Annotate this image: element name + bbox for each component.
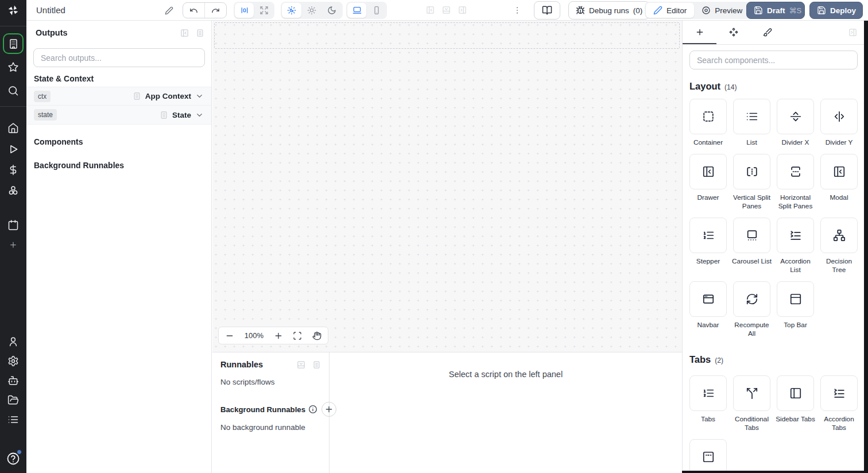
theme-dark-button[interactable] [322, 3, 342, 18]
centered-layout-button[interactable] [235, 3, 254, 18]
accordion-tabs-card[interactable] [820, 375, 858, 411]
vertical-split-panes-card[interactable] [733, 154, 770, 189]
search-components-input[interactable] [689, 51, 858, 69]
expand-layout-button[interactable] [254, 3, 273, 18]
save-draft-button[interactable]: Draft ⌘S [746, 2, 805, 19]
divider-y-card[interactable] [820, 99, 858, 134]
component-navbar[interactable]: Navbar [689, 281, 727, 338]
outputs-doc-icon[interactable] [196, 29, 204, 37]
recompute-all-card[interactable] [733, 281, 770, 317]
sidebar-building-active[interactable] [3, 33, 24, 54]
top-bar-card[interactable] [777, 281, 814, 317]
sidebar-dollar-icon[interactable] [7, 164, 19, 176]
component-sidebar-tabs[interactable]: Sidebar Tabs [777, 375, 814, 432]
list-card[interactable] [733, 99, 770, 134]
toggle-bottom-panel-icon[interactable] [442, 6, 451, 14]
stepper-card[interactable] [689, 218, 727, 253]
component-vertical-split-panes[interactable]: Vertical Split Panes [733, 154, 770, 211]
info-icon[interactable] [308, 405, 317, 414]
deploy-button[interactable]: Deploy [809, 2, 863, 19]
sidebar-home-icon[interactable] [7, 122, 19, 134]
sidebar-folder-open-icon[interactable] [7, 394, 19, 406]
app-title[interactable]: Untitled [36, 5, 65, 15]
pan-hand-icon[interactable] [312, 331, 321, 340]
theme-light-button[interactable] [302, 3, 321, 18]
tab-styling[interactable] [750, 21, 784, 44]
invisible-tabs-card[interactable] [689, 439, 727, 473]
component-invisible-tabs[interactable] [689, 439, 727, 473]
sidebar-list-rows-icon[interactable] [7, 414, 19, 425]
component-accordion-list[interactable]: Accordion List [777, 218, 814, 274]
sidebar-tabs-card[interactable] [777, 375, 814, 411]
component-top-bar[interactable]: Top Bar [777, 281, 814, 338]
app-canvas[interactable]: ++++++++++++++++++++++++++++++++++++++++… [212, 21, 682, 352]
windmill-logo[interactable] [7, 4, 20, 17]
more-menu-icon[interactable] [513, 6, 522, 15]
decision-tree-card[interactable] [820, 218, 858, 253]
rename-app-icon[interactable] [165, 6, 174, 15]
component-decision-tree[interactable]: Decision Tree [820, 218, 858, 274]
debug-runs-button[interactable]: Debug runs (0) [568, 1, 650, 20]
carousel-list-card[interactable] [733, 218, 770, 253]
tab-insert-component[interactable] [683, 21, 716, 44]
runnables-doc-icon[interactable] [312, 360, 321, 369]
collapse-right-panel-icon[interactable] [848, 28, 857, 37]
toggle-right-panel-icon[interactable] [458, 6, 467, 14]
sidebar-settings-icon[interactable] [7, 355, 19, 367]
conditional-tabs-card[interactable] [733, 375, 770, 411]
component-modal[interactable]: Modal [820, 154, 858, 211]
component-drawer[interactable]: Drawer [689, 154, 727, 211]
collapse-bottom-icon[interactable] [297, 360, 305, 369]
sidebar-user-icon[interactable] [7, 336, 19, 347]
sidebar-calendar-icon[interactable] [7, 219, 19, 231]
component-accordion-tabs[interactable]: Accordion Tabs [820, 375, 858, 432]
component-recompute-all[interactable]: Recompute All [733, 281, 770, 338]
tab-component-settings[interactable] [716, 21, 750, 44]
component-divider-y[interactable]: Divider Y [820, 99, 858, 147]
collapse-panel-icon[interactable] [180, 29, 189, 37]
sidebar-star-icon[interactable] [7, 61, 19, 73]
undo-button[interactable] [183, 3, 204, 18]
component-carousel-list[interactable]: Carousel List [733, 218, 770, 274]
sidebar-cluster-icon[interactable] [7, 185, 19, 196]
component-horizontal-split-panes[interactable]: Horizontal Split Panes [777, 154, 814, 211]
docs-button[interactable] [534, 1, 560, 20]
component-label: Modal [819, 193, 859, 202]
divider-x-card[interactable] [777, 99, 814, 134]
component-container[interactable]: Container [689, 99, 727, 147]
chevron-down-icon[interactable] [195, 92, 204, 100]
toggle-left-panel-icon[interactable] [426, 6, 435, 14]
desktop-view-button[interactable] [347, 3, 366, 18]
component-divider-x[interactable]: Divider X [777, 99, 814, 147]
sidebar-plus-icon[interactable] [9, 241, 18, 249]
sidebar-search-icon[interactable] [7, 85, 19, 96]
component-conditional-tabs[interactable]: Conditional Tabs [733, 375, 770, 432]
preview-mode-tab[interactable]: Preview [694, 3, 750, 18]
sidebar-play-icon[interactable] [7, 144, 19, 155]
sidebar-help-icon[interactable] [6, 452, 20, 466]
zoom-out-icon[interactable] [225, 331, 234, 340]
empty-grid-row[interactable] [214, 22, 680, 49]
mobile-view-button[interactable] [367, 3, 386, 18]
search-outputs-input[interactable] [33, 48, 205, 67]
zoom-in-icon[interactable] [274, 331, 283, 340]
drawer-card[interactable] [689, 154, 727, 189]
component-list[interactable]: List [733, 99, 770, 147]
chevron-down-icon[interactable] [195, 111, 204, 119]
modal-card[interactable] [820, 154, 858, 189]
tabs-card[interactable] [689, 375, 727, 411]
theme-auto-button[interactable] [282, 3, 301, 18]
horizontal-split-panes-card[interactable] [777, 154, 814, 189]
component-tabs[interactable]: Tabs [689, 375, 727, 432]
component-stepper[interactable]: Stepper [689, 218, 727, 274]
redo-button[interactable] [205, 3, 226, 18]
output-row-state[interactable]: stateState [26, 106, 211, 125]
output-row-ctx[interactable]: ctxApp Context [26, 87, 211, 106]
container-card[interactable] [689, 99, 727, 134]
navbar-card[interactable] [689, 281, 727, 317]
accordion-list-card[interactable] [777, 218, 814, 253]
fit-view-icon[interactable] [293, 331, 302, 340]
editor-mode-tab[interactable]: Editor [646, 3, 694, 18]
theme-group [281, 2, 343, 19]
sidebar-bot-icon[interactable] [7, 375, 19, 386]
